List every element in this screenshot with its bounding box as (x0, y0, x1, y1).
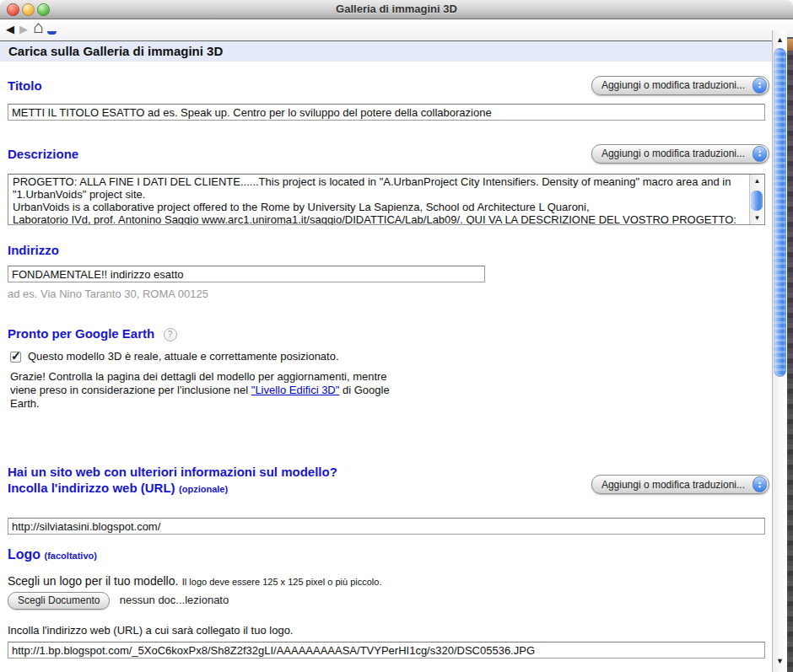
google-earth-heading: Pronto per Google Earth (8, 326, 154, 341)
translations-popup[interactable]: Aggiungi o modifica traduzioni... ▲▼ (591, 76, 769, 95)
textarea-scrollbar-thumb[interactable] (751, 191, 763, 211)
textarea-scrollbar[interactable]: ▲ ▼ (749, 175, 764, 224)
window-scrollbar[interactable]: ▲ ▼ (772, 30, 787, 672)
real-model-checkbox[interactable] (10, 352, 21, 363)
translations-popup[interactable]: Aggiungi o modifica traduzioni... ▲▼ (591, 144, 769, 164)
livello-edifici-link[interactable]: "Livello Edifici 3D" (251, 384, 340, 396)
desktop-background-detail (787, 39, 793, 51)
window-title: Galleria di immagini 3D (0, 3, 793, 15)
website-heading-line2: Incolla l'indirizzo web (URL) (8, 481, 175, 495)
indirizzo-heading: Indirizzo (8, 243, 764, 257)
translations-popup[interactable]: Aggiungi o modifica traduzioni... ▲▼ (591, 475, 769, 494)
translations-popup-label: Aggiungi o modifica traduzioni... (601, 148, 745, 159)
home-icon[interactable]: ⌂ (33, 19, 44, 35)
real-model-checkbox-label: Questo modello 3D è reale, attuale e cor… (28, 350, 339, 363)
translations-popup-label: Aggiungi o modifica traduzioni... (601, 479, 745, 491)
indirizzo-input[interactable] (8, 266, 485, 282)
popup-stepper-icon: ▲▼ (753, 146, 767, 162)
logo-optional-label: (facoltativo) (45, 551, 97, 561)
logo-choose-text: Scegli un logo per il tuo modello. (8, 574, 178, 588)
popup-stepper-icon: ▲▼ (753, 476, 767, 492)
scroll-down-icon[interactable]: ▼ (773, 653, 787, 669)
website-url-input[interactable] (8, 518, 765, 535)
home-underline-decoration (47, 31, 57, 35)
google-earth-note: Grazie! Controlla la pagina dei dettagli… (10, 370, 400, 411)
scroll-up-icon[interactable]: ▲ (750, 175, 764, 187)
desktop-background-strip (787, 37, 793, 672)
scroll-down-icon[interactable]: ▼ (750, 212, 764, 224)
logo-size-hint: Il logo deve essere 125 x 125 pixel o pi… (182, 577, 382, 587)
no-file-selected-text: nessun doc...lezionato (120, 594, 229, 606)
website-optional-label: (opzionale) (179, 484, 228, 494)
window-titlebar: Galleria di immagini 3D (0, 0, 793, 19)
descrizione-textarea[interactable]: PROGETTO: ALLA FINE I DATI DEL CLIENTE..… (8, 174, 765, 225)
page-title: Carica sulla Galleria di immagini 3D (0, 41, 773, 62)
popup-stepper-icon: ▲▼ (753, 78, 767, 94)
back-icon[interactable]: ◀ (6, 22, 14, 37)
browser-toolbar: ◀ ▶ ⌂ (0, 19, 793, 40)
choose-file-button[interactable]: Scegli Documento (8, 592, 110, 610)
descrizione-heading: Descrizione (8, 147, 78, 161)
scrollbar-thumb[interactable] (774, 48, 786, 377)
indirizzo-hint: ad es. Via Nino Taranto 30, ROMA 00125 (8, 288, 764, 300)
titolo-heading: Titolo (8, 78, 42, 93)
scroll-up-icon[interactable]: ▲ (773, 32, 787, 48)
translations-popup-label: Aggiungi o modifica traduzioni... (601, 79, 745, 91)
website-heading-line1: Hai un sito web con ulteriori informazio… (8, 465, 337, 479)
app-window: Galleria di immagini 3D ◀ ▶ ⌂ Carica sul… (0, 0, 793, 672)
titolo-input[interactable] (8, 104, 765, 121)
logo-url-label: Incolla l'indirizzo web (URL) a cui sarà… (8, 624, 764, 637)
logo-heading: Logo (8, 547, 40, 562)
logo-url-input[interactable] (8, 642, 765, 659)
help-icon[interactable]: ? (164, 328, 177, 341)
page-content: Carica sulla Galleria di immagini 3D Tit… (0, 40, 773, 672)
forward-icon: ▶ (19, 22, 28, 37)
descrizione-text: PROGETTO: ALLA FINE I DATI DEL CLIENTE..… (8, 175, 749, 224)
